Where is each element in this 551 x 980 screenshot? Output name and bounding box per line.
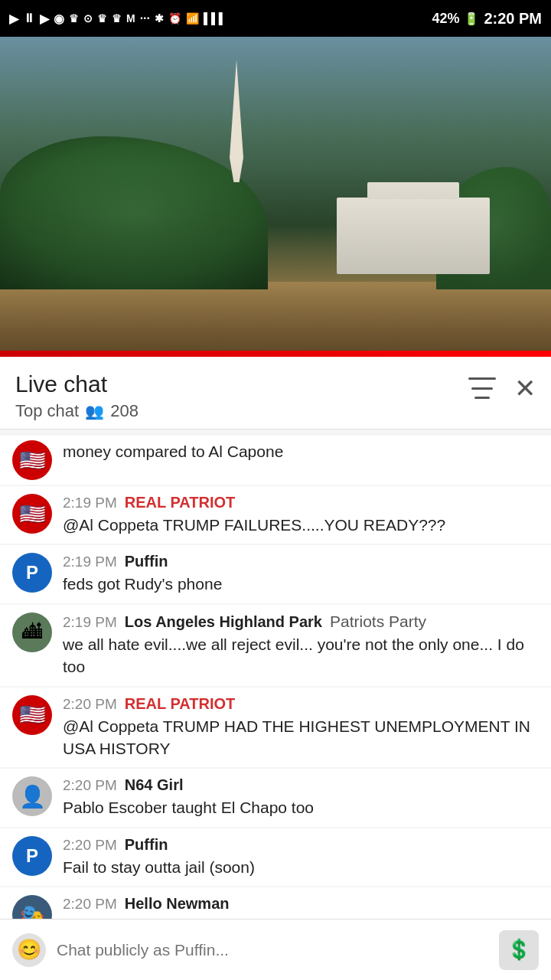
message-text: Pablo Escober taught El Chapo too <box>63 796 539 818</box>
message-content: 2:19 PM REAL PATRIOT @Al Coppeta TRUMP F… <box>63 494 539 536</box>
message-meta: 2:20 PM N64 Girl <box>63 776 539 794</box>
send-button[interactable]: 💲 <box>499 930 539 970</box>
avatar: P <box>12 836 52 876</box>
message-text: @Al Coppeta TRUMP FAILURES.....YOU READY… <box>63 514 539 536</box>
status-bar-right: 42% 🔋 2:20 PM <box>432 10 542 28</box>
notification-icon: ⏸ <box>23 11 35 25</box>
play-icon: ▶ <box>9 11 18 26</box>
message-text: we all hate evil....we all reject evil..… <box>63 633 539 678</box>
crown3-icon: ♛ <box>112 12 122 24</box>
message-meta: 2:20 PM Puffin <box>63 836 539 854</box>
message-time: 2:20 PM <box>63 777 117 794</box>
filter-icon[interactable] <box>468 377 496 399</box>
emoji-button[interactable]: 😊 <box>12 933 46 967</box>
message-inline-tag: Patriots Party <box>330 612 426 631</box>
list-item: 🏙 2:19 PM Los Angeles Highland Park Patr… <box>0 605 551 686</box>
message-content: 2:20 PM N64 Girl Pablo Escober taught El… <box>63 776 539 818</box>
red-progress-bar <box>0 351 551 357</box>
send-icon: 💲 <box>507 938 531 962</box>
list-item: P 2:20 PM Puffin Fail to stay outta jail… <box>0 828 551 886</box>
chat-header-right: ✕ <box>468 371 536 401</box>
message-meta: 2:20 PM Hello Newman <box>63 895 539 913</box>
message-text: feds got Rudy's phone <box>63 573 539 595</box>
youtube-icon: ▶ <box>40 11 49 26</box>
message-author: Los Angeles Highland Park <box>125 613 322 631</box>
battery-percent: 42% <box>432 11 459 27</box>
message-author: Puffin <box>125 553 168 570</box>
message-meta: 2:19 PM Los Angeles Highland Park Patrio… <box>63 612 539 631</box>
avatar: P <box>12 553 52 593</box>
dots-icon: ··· <box>140 11 150 25</box>
chat-header-left: Live chat Top chat 👥 208 <box>15 371 139 421</box>
viewer-count: 208 <box>110 401 139 421</box>
alarm-icon: ⏰ <box>168 12 181 24</box>
list-item: 🇺🇸 2:19 PM REAL PATRIOT @Al Coppeta TRUM… <box>0 486 551 544</box>
chat-messages-list: 🇺🇸 money compared to Al Capone 🇺🇸 2:19 P… <box>0 430 551 953</box>
message-time: 2:20 PM <box>63 896 117 913</box>
clock: 2:20 PM <box>484 10 542 28</box>
message-time: 2:19 PM <box>63 554 117 570</box>
message-text: Fail to stay outta jail (soon) <box>63 856 539 878</box>
message-text: @Al Coppeta TRUMP HAD THE HIGHEST UNEMPL… <box>63 715 539 760</box>
avatar: 🇺🇸 <box>12 695 52 735</box>
message-time: 2:19 PM <box>63 495 117 511</box>
message-content: money compared to Al Capone <box>63 440 539 462</box>
avatar: 👤 <box>12 776 52 816</box>
signal-icon: ▌▌▌ <box>204 12 227 24</box>
video-thumbnail[interactable] <box>0 37 551 351</box>
message-author: REAL PATRIOT <box>125 695 235 713</box>
people-icon: 👥 <box>85 402 104 420</box>
message-content: 2:20 PM REAL PATRIOT @Al Coppeta TRUMP H… <box>63 695 539 760</box>
message-content: 2:19 PM Los Angeles Highland Park Patrio… <box>63 612 539 678</box>
message-time: 2:19 PM <box>63 614 117 631</box>
circle-icon: ⊙ <box>83 12 93 24</box>
pokeball-icon: ◉ <box>54 11 64 26</box>
message-author: Puffin <box>125 836 168 854</box>
list-item: P 2:19 PM Puffin feds got Rudy's phone <box>0 545 551 603</box>
message-time: 2:20 PM <box>63 696 117 713</box>
message-meta: 2:20 PM REAL PATRIOT <box>63 695 539 713</box>
wifi-icon: 📶 <box>186 12 199 24</box>
avatar: 🏙 <box>12 612 52 652</box>
table-row: 🇺🇸 money compared to Al Capone <box>0 436 551 485</box>
message-author: REAL PATRIOT <box>125 494 235 511</box>
bluetooth-icon: ✱ <box>155 12 164 24</box>
list-item: 👤 2:20 PM N64 Girl Pablo Escober taught … <box>0 769 551 826</box>
crown2-icon: ♛ <box>97 12 107 24</box>
message-content: 2:20 PM Puffin Fail to stay outta jail (… <box>63 836 539 878</box>
chat-input[interactable] <box>57 931 488 969</box>
avatar: 🇺🇸 <box>12 440 52 480</box>
chat-header: Live chat Top chat 👥 208 ✕ <box>0 357 551 430</box>
close-icon[interactable]: ✕ <box>514 375 536 401</box>
status-bar-left: ▶ ⏸ ▶ ◉ ♛ ⊙ ♛ ♛ M ··· ✱ ⏰ 📶 ▌▌▌ <box>9 11 227 26</box>
message-content: 2:19 PM Puffin feds got Rudy's phone <box>63 553 539 595</box>
status-bar: ▶ ⏸ ▶ ◉ ♛ ⊙ ♛ ♛ M ··· ✱ ⏰ 📶 ▌▌▌ 42% 🔋 2:… <box>0 0 551 37</box>
chat-subtitle: Top chat 👥 208 <box>15 401 139 421</box>
message-author: N64 Girl <box>125 776 184 794</box>
crown1-icon: ♛ <box>69 12 79 24</box>
message-time: 2:20 PM <box>63 837 117 854</box>
chat-title: Live chat <box>15 371 139 398</box>
list-item: 🇺🇸 2:20 PM REAL PATRIOT @Al Coppeta TRUM… <box>0 688 551 768</box>
message-author: Hello Newman <box>125 895 230 913</box>
battery-icon: 🔋 <box>464 11 479 26</box>
m-icon: M <box>126 12 135 24</box>
emoji-icon: 😊 <box>17 938 41 962</box>
message-meta: 2:19 PM Puffin <box>63 553 539 570</box>
message-meta: 2:19 PM REAL PATRIOT <box>63 494 539 511</box>
avatar: 🇺🇸 <box>12 494 52 534</box>
top-chat-label[interactable]: Top chat <box>15 401 79 421</box>
message-text: money compared to Al Capone <box>63 443 283 460</box>
chat-input-bar: 😊 💲 <box>0 919 551 980</box>
